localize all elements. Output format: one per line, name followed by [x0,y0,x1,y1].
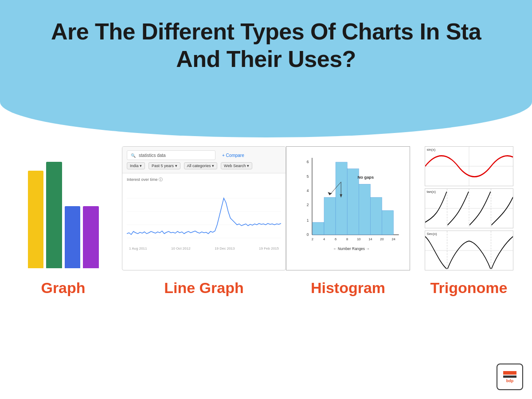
logo-bar2 [503,376,516,378]
svg-text:0: 0 [307,232,309,237]
line-graph-label: Line Graph [164,279,243,297]
svg-text:5: 5 [307,174,309,178]
sec-title: Sec(x) [427,232,437,236]
logo-bar1 [503,371,516,375]
line-graph-chart: 🔍 statistics data + Compare India ▾ Past… [122,146,286,270]
svg-text:1: 1 [307,218,309,222]
sec-graph: Sec(x) [425,231,513,270]
bar-blue [65,206,81,268]
svg-text:20: 20 [380,237,383,241]
logo-badge: bdp [497,364,523,390]
lg-filter-web: Web Search ▾ [221,162,252,169]
bar-graph-item: Graph [4,146,122,297]
bar-purple [83,206,99,268]
logo-inner: bdp [503,371,516,383]
svg-text:No gaps: No gaps [357,175,374,180]
logo-text: bdp [506,379,514,383]
lg-filter-india: India ▾ [127,162,145,169]
lg-filters: India ▾ Past 5 years ▾ All categories ▾ … [127,162,281,169]
tan-graph: tan(x) [425,188,513,228]
charts-section: Graph 🔍 statistics data + Compare India … [0,146,532,297]
svg-text:10: 10 [357,237,360,241]
svg-marker-29 [328,192,332,195]
svg-text:8: 8 [346,237,348,241]
sin-title: sin(x) [427,148,436,152]
svg-rect-13 [324,197,336,235]
svg-rect-18 [382,211,393,235]
main-title: Are The Different Types Of Charts In Sta… [0,18,532,73]
svg-text:4: 4 [307,188,309,193]
header-content: Are The Different Types Of Charts In Sta… [0,18,532,73]
line-graph-header: 🔍 statistics data + Compare India ▾ Past… [122,147,286,173]
line-graph-item: 🔍 statistics data + Compare India ▾ Past… [122,146,286,297]
lg-chart-area: Interest over time ⓘ 1 Aug 2011 10 Oct 2… [122,173,286,253]
bar-green [46,162,62,268]
bar-graph-label: Graph [41,279,85,297]
trig-label: Trigonome [430,279,508,297]
trig-graphs: sin(x) tan(x) [425,146,513,270]
svg-text:← Number Ranges →: ← Number Ranges → [333,246,369,251]
svg-rect-17 [370,197,382,235]
svg-text:14: 14 [368,237,372,241]
svg-text:6: 6 [307,160,309,164]
svg-rect-14 [336,162,347,235]
svg-text:24: 24 [391,237,395,241]
lg-chart-title: Interest over time ⓘ [127,177,281,183]
histogram-chart: 0 1 2 4 5 6 [286,146,410,270]
svg-rect-12 [313,223,324,235]
svg-rect-16 [359,184,370,235]
lg-filter-time: Past 5 years ▾ [149,162,180,169]
hist-svg: 0 1 2 4 5 6 [300,153,403,254]
bar-yellow [28,171,44,268]
sin-graph: sin(x) [425,146,513,186]
lg-dates: 1 Aug 2011 10 Oct 2012 19 Dec 2013 19 Fe… [127,246,281,250]
tan-title: tan(x) [427,190,436,194]
histogram-label: Histogram [311,279,385,297]
histogram-item: 0 1 2 4 5 6 [286,146,410,297]
lg-svg [127,185,281,243]
svg-text:4: 4 [323,237,325,241]
svg-rect-15 [347,169,359,235]
lg-filter-cat: All categories ▾ [184,162,218,169]
svg-text:2: 2 [312,237,313,241]
lg-compare-btn: + Compare [222,153,244,158]
svg-text:6: 6 [335,237,336,241]
trig-graph-item: sin(x) tan(x) [410,146,528,297]
svg-text:2: 2 [307,203,309,207]
bar-chart [28,146,99,270]
lg-search-bar: 🔍 statistics data [127,150,215,160]
